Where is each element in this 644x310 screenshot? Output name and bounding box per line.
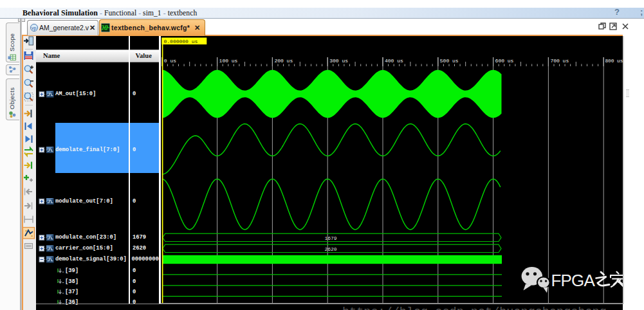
svg-text:700 us: 700 us <box>550 58 569 64</box>
svg-text:400 us: 400 us <box>385 58 403 64</box>
svg-text:vp: vp <box>32 26 37 31</box>
svg-text:2620: 2620 <box>324 246 336 252</box>
svg-text:800 us: 800 us <box>605 59 623 64</box>
svg-text:500 us: 500 us <box>440 58 459 64</box>
svg-text:FPGA: FPGA <box>551 271 596 290</box>
svg-text:200 us: 200 us <box>274 58 293 64</box>
svg-text:100 us: 100 us <box>219 58 238 64</box>
svg-text:0.000000 us: 0.000000 us <box>164 39 198 44</box>
svg-text:0 us: 0 us <box>164 58 176 64</box>
svg-text:1679: 1679 <box>324 235 336 241</box>
svg-text:600 us: 600 us <box>495 58 514 64</box>
svg-text:300 us: 300 us <box>329 58 348 64</box>
svg-text:https://blog.csdn.net/huangcha: https://blog.csdn.net/huangchangsheng <box>342 305 607 310</box>
